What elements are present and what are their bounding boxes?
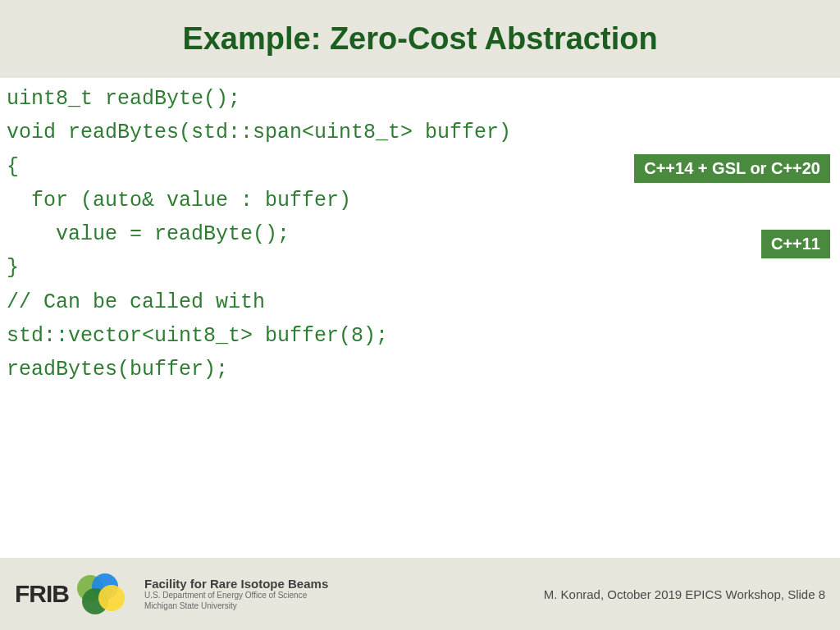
facility-title: Facility for Rare Isotope Beams (144, 577, 328, 591)
code-line: std::vector<uint8_t> buffer(8); (7, 319, 833, 353)
code-block: uint8_t readByte(); void readBytes(std::… (7, 82, 833, 386)
footer: FRIB Facility for Rare Isotope Beams U.S… (0, 558, 840, 630)
code-line: for (auto& value : buffer) (7, 184, 833, 217)
code-line: } (7, 251, 833, 285)
logo-block: FRIB Facility for Rare Isotope Beams U.S… (15, 573, 328, 614)
version-badge-rangefor: C++11 (761, 230, 830, 258)
facility-block: Facility for Rare Isotope Beams U.S. Dep… (144, 577, 328, 611)
frib-logo-text: FRIB (15, 580, 69, 608)
code-line: uint8_t readByte(); (7, 82, 833, 116)
code-line: value = readByte(); (7, 217, 833, 251)
code-line: readBytes(buffer); (7, 353, 833, 386)
frib-logo-icon (77, 573, 125, 614)
slide: Example: Zero-Cost Abstraction uint8_t r… (0, 0, 840, 630)
version-badge-span: C++14 + GSL or C++20 (634, 154, 830, 183)
code-line: void readBytes(std::span<uint8_t> buffer… (7, 116, 833, 149)
facility-subtitle: Michigan State University (144, 601, 328, 612)
facility-subtitle: U.S. Department of Energy Office of Scie… (144, 591, 328, 601)
title-bar: Example: Zero-Cost Abstraction (0, 0, 840, 78)
code-line: // Can be called with (7, 285, 833, 319)
slide-title: Example: Zero-Cost Abstraction (182, 21, 657, 57)
footer-attribution: M. Konrad, October 2019 EPICS Workshop, … (544, 587, 825, 601)
